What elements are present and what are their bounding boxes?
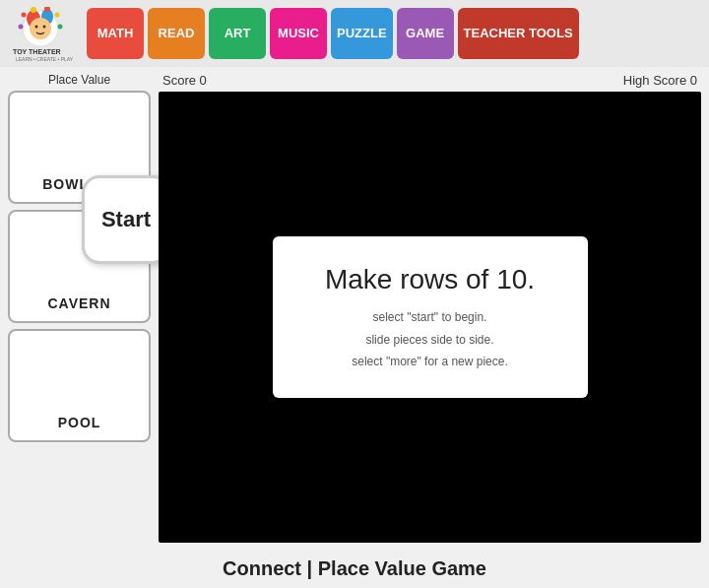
game-area: Score 0 High Score 0 Start Make rows of …	[159, 73, 701, 543]
nav-art-button[interactable]: ART	[209, 8, 266, 59]
sidebar-pool-label: POOL	[58, 415, 101, 430]
svg-point-9	[55, 12, 60, 17]
game-message-sub1: select "start" to begin.	[302, 309, 558, 326]
footer: Connect | Place Value Game	[0, 549, 709, 588]
svg-point-10	[58, 24, 63, 29]
footer-title: Connect | Place Value Game	[223, 557, 486, 580]
svg-text:TOY THEATER: TOY THEATER	[13, 48, 61, 55]
sidebar-item-pool[interactable]: POOL	[8, 329, 151, 442]
nav-puzzle-button[interactable]: PUZZLE	[331, 8, 393, 59]
toy-theater-logo: TOY THEATER LEARN • CREATE • PLAY	[6, 7, 75, 61]
sidebar: Place Value BOWLING CAVERN POOL	[8, 73, 151, 543]
main-content: Place Value BOWLING CAVERN POOL Score 0 …	[0, 67, 709, 549]
game-canvas[interactable]: Make rows of 10. select "start" to begin…	[159, 92, 701, 543]
nav-read-button[interactable]: READ	[148, 8, 205, 59]
game-message-sub2: slide pieces side to side.	[302, 332, 558, 349]
game-message-sub3: select "more" for a new piece.	[302, 354, 558, 370]
game-message-box: Make rows of 10. select "start" to begin…	[273, 236, 588, 398]
score-display: Score 0	[162, 73, 207, 88]
svg-point-8	[22, 12, 27, 17]
sidebar-cavern-label: CAVERN	[47, 295, 110, 311]
game-message-title: Make rows of 10.	[302, 264, 558, 295]
nav-teacher-button[interactable]: TEACHER TOOLS	[458, 8, 579, 59]
high-score-display: High Score 0	[623, 73, 697, 88]
svg-point-6	[35, 25, 38, 28]
svg-point-11	[19, 24, 24, 29]
svg-point-7	[43, 25, 46, 28]
start-button[interactable]: Start	[82, 175, 170, 264]
svg-point-5	[30, 18, 51, 39]
logo-area[interactable]: TOY THEATER LEARN • CREATE • PLAY	[6, 7, 75, 61]
top-navigation: TOY THEATER LEARN • CREATE • PLAY MATH R…	[0, 0, 709, 67]
nav-music-button[interactable]: MUSIC	[270, 8, 327, 59]
svg-text:LEARN • CREATE • PLAY: LEARN • CREATE • PLAY	[16, 56, 74, 61]
nav-math-button[interactable]: MATH	[87, 8, 144, 59]
game-canvas-wrapper: Start Make rows of 10. select "start" to…	[159, 92, 701, 543]
svg-point-3	[31, 7, 36, 13]
nav-game-button[interactable]: GAME	[397, 8, 454, 59]
sidebar-title: Place Value	[8, 73, 151, 87]
score-bar: Score 0 High Score 0	[159, 73, 701, 88]
